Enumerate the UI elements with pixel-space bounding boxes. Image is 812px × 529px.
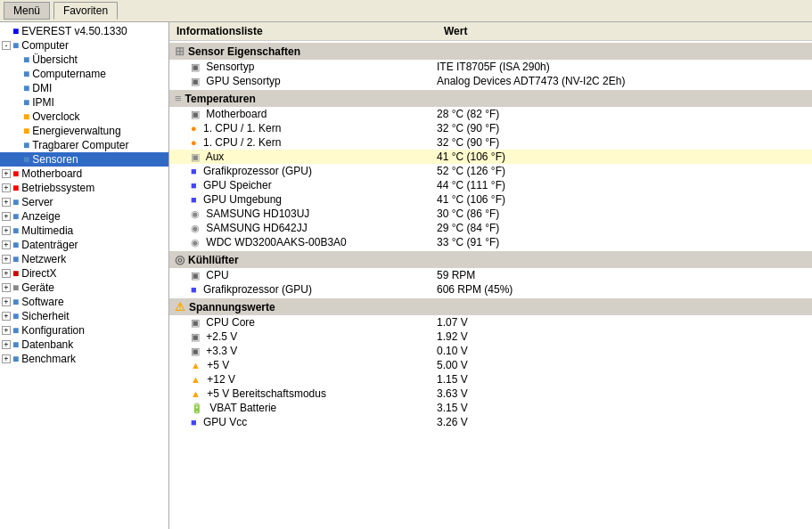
section-title-sensor-eigenschaften: Sensor Eigenschaften	[188, 45, 300, 58]
icon-directx: ■	[12, 267, 19, 280]
sidebar-item-anzeige[interactable]: +■Anzeige	[0, 209, 168, 224]
sidebar-item-betriebssystem[interactable]: +■Betriebssystem	[0, 181, 168, 195]
label-dmi: DMI	[32, 82, 52, 94]
sidebar-item-tragbar[interactable]: ■Tragbarer Computer	[0, 138, 168, 152]
table-row: ■ GPU Speicher 44 °C (111 °F)	[169, 178, 812, 192]
row-value: 1.15 V	[437, 373, 808, 386]
section-header-kuhllufter: ◎Kühllüfter	[169, 251, 812, 268]
table-row: ▣ CPU Core 1.07 V	[169, 315, 812, 330]
label-motherboard: Motherboard	[21, 167, 82, 180]
row-value: 30 °C (86 °F)	[437, 208, 808, 220]
section-header-spannungswerte: ⚠Spannungswerte	[169, 298, 812, 315]
table-row: ▣ Aux 41 °C (106 °F)	[169, 150, 812, 164]
sidebar-item-ubersicht[interactable]: ■Übersicht	[0, 53, 168, 67]
sidebar-item-server[interactable]: +■Server	[0, 195, 168, 209]
table-row: ▣ GPU Sensortyp Analog Devices ADT7473 (…	[169, 74, 812, 88]
sidebar-item-motherboard[interactable]: +■Motherboard	[0, 167, 168, 181]
row-icon: 🔋	[191, 403, 203, 413]
sidebar-item-dmi[interactable]: ■DMI	[0, 81, 168, 95]
section-title-spannungswerte: Spannungswerte	[189, 301, 275, 313]
sidebar-item-everest[interactable]: ■EVEREST v4.50.1330	[0, 24, 168, 38]
row-value: 606 RPM (45%)	[437, 283, 808, 296]
sidebar-item-software[interactable]: +■Software	[0, 295, 168, 309]
table-row: 🔋 VBAT Batterie 3.15 V	[169, 401, 812, 415]
row-label-text: VBAT Batterie	[209, 402, 276, 414]
icon-ipmi: ■	[23, 96, 29, 109]
top-bar: Menü Favoriten	[0, 0, 812, 22]
row-value: 3.15 V	[437, 402, 808, 414]
expand-btn-computer[interactable]: -	[2, 41, 11, 50]
table-row: ▲ +5 V Bereitschaftsmodus 3.63 V	[169, 387, 812, 401]
sidebar-item-multimedia[interactable]: +■Multimedia	[0, 224, 168, 238]
expand-btn-benchmark[interactable]: +	[2, 354, 11, 363]
sidebar-item-datenbank[interactable]: +■Datenbank	[0, 338, 168, 352]
tab-favoriten[interactable]: Favoriten	[53, 2, 118, 20]
row-icon: ■	[191, 417, 197, 427]
table-row: ▣ +3.3 V 0.10 V	[169, 344, 812, 358]
icon-overclock: ■	[23, 110, 29, 123]
expand-btn-gerate[interactable]: +	[2, 283, 11, 292]
row-label-text: SAMSUNG HD642JJ	[206, 222, 307, 234]
icon-server: ■	[12, 196, 19, 208]
tab-menu[interactable]: Menü	[4, 2, 50, 20]
expand-btn-datentrager[interactable]: +	[2, 240, 11, 249]
sidebar-item-netzwerk[interactable]: +■Netzwerk	[0, 252, 168, 266]
row-icon: ▲	[191, 374, 201, 385]
row-value: 28 °C (82 °F)	[437, 108, 808, 120]
expand-btn-datenbank[interactable]: +	[2, 340, 11, 349]
row-label-text: +5 V	[207, 359, 229, 371]
label-tragbar: Tragbarer Computer	[32, 139, 128, 151]
sidebar-item-gerate[interactable]: +■Geräte	[0, 281, 168, 295]
table-row: ■ GPU Umgebung 41 °C (106 °F)	[169, 192, 812, 207]
row-icon: ◉	[191, 223, 200, 233]
expand-btn-software[interactable]: +	[2, 297, 11, 306]
sidebar-item-directx[interactable]: +■DirectX	[0, 266, 168, 281]
label-computername: Computername	[32, 68, 106, 80]
icon-betriebssystem: ■	[12, 182, 19, 194]
row-icon: ◉	[191, 208, 200, 219]
label-server: Server	[21, 196, 53, 208]
label-computer: Computer	[21, 39, 69, 52]
icon-sensoren: ■	[23, 153, 29, 166]
row-icon: ▣	[191, 151, 200, 162]
expand-btn-server[interactable]: +	[2, 198, 11, 207]
sidebar-item-overclock[interactable]: ■Overclock	[0, 110, 168, 124]
row-value: 3.26 V	[437, 416, 808, 428]
expand-btn-sicherheit[interactable]: +	[2, 312, 11, 321]
expand-btn-multimedia[interactable]: +	[2, 226, 11, 235]
row-value: 0.10 V	[437, 345, 808, 357]
expand-btn-anzeige[interactable]: +	[2, 212, 11, 221]
sidebar-item-sensoren[interactable]: ■Sensoren	[0, 152, 168, 167]
row-label-text: Grafikprozessor (GPU)	[203, 165, 312, 177]
label-ubersicht: Übersicht	[32, 53, 78, 66]
icon-computer: ■	[12, 39, 19, 52]
sidebar-item-ipmi[interactable]: ■IPMI	[0, 95, 168, 110]
expand-btn-directx[interactable]: +	[2, 269, 11, 278]
row-icon: ●	[191, 137, 197, 148]
table-row: ■ GPU Vcc 3.26 V	[169, 415, 812, 429]
expand-btn-motherboard[interactable]: +	[2, 169, 11, 178]
row-value: 33 °C (91 °F)	[437, 236, 808, 248]
section-title-kuhllufter: Kühllüfter	[188, 254, 239, 266]
sidebar-item-datentrager[interactable]: +■Datenträger	[0, 238, 168, 252]
row-label-text: GPU Speicher	[203, 179, 272, 191]
row-label-text: GPU Umgebung	[203, 193, 282, 206]
expand-btn-konfiguration[interactable]: +	[2, 326, 11, 335]
label-betriebssystem: Betriebssystem	[21, 182, 94, 194]
row-value: 32 °C (90 °F)	[437, 122, 808, 134]
sidebar-item-sicherheit[interactable]: +■Sicherheit	[0, 309, 168, 323]
row-label-text: Motherboard	[206, 108, 267, 120]
sidebar-item-konfiguration[interactable]: +■Konfiguration	[0, 323, 168, 338]
row-label-text: CPU	[206, 269, 228, 281]
sidebar-item-computername[interactable]: ■Computername	[0, 67, 168, 81]
sidebar-item-computer[interactable]: -■Computer	[0, 38, 168, 53]
label-multimedia: Multimedia	[21, 224, 73, 237]
row-label-text: +3.3 V	[206, 345, 237, 357]
expand-btn-betriebssystem[interactable]: +	[2, 183, 11, 192]
row-value: Analog Devices ADT7473 (NV-I2C 2Eh)	[437, 75, 808, 87]
table-row: ■ Grafikprozessor (GPU) 52 °C (126 °F)	[169, 164, 812, 178]
table-row: ● 1. CPU / 2. Kern 32 °C (90 °F)	[169, 135, 812, 150]
sidebar-item-benchmark[interactable]: +■Benchmark	[0, 352, 168, 366]
sidebar-item-energie[interactable]: ■Energieverwaltung	[0, 124, 168, 138]
expand-btn-netzwerk[interactable]: +	[2, 255, 11, 264]
